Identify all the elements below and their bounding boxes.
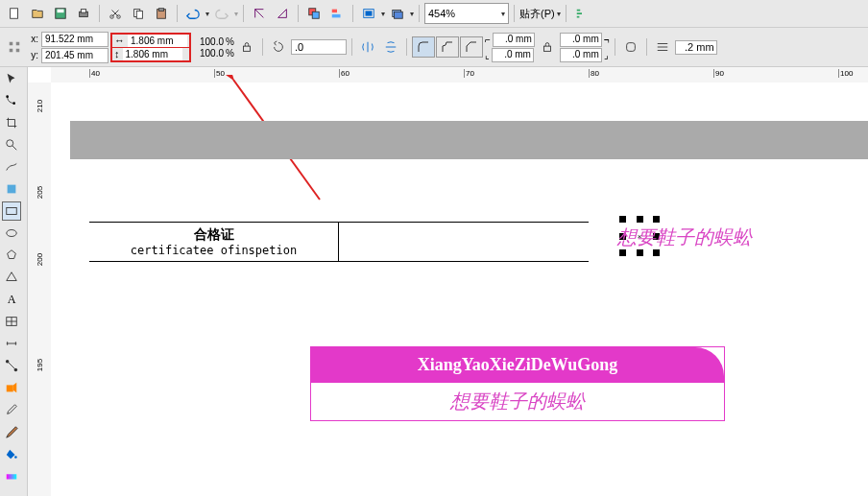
vertical-ruler[interactable]: 210 205 200 195 xyxy=(28,83,52,496)
fullscreen-button[interactable] xyxy=(358,3,379,24)
rotate-icon[interactable] xyxy=(268,36,289,58)
mirror-h-button[interactable] xyxy=(357,36,378,58)
handle-tl[interactable] xyxy=(619,216,626,223)
corner-tl-icon: ⌐ xyxy=(485,35,491,45)
fill-tool[interactable] xyxy=(2,444,21,463)
align-button[interactable] xyxy=(326,3,348,24)
svg-rect-10 xyxy=(158,9,163,12)
gray-rectangle[interactable] xyxy=(70,121,868,159)
connector-tool[interactable] xyxy=(2,356,21,375)
export-button[interactable] xyxy=(272,3,293,24)
corner-round-button[interactable] xyxy=(412,36,435,58)
svg-rect-14 xyxy=(332,14,341,18)
outline-width-input[interactable]: .2 mm xyxy=(675,40,717,55)
lock-corners-button[interactable] xyxy=(537,36,558,58)
corner-tl-input[interactable]: .0 mm xyxy=(493,33,535,47)
crop-tool[interactable] xyxy=(2,113,21,132)
ruler-tick: 200 xyxy=(36,248,44,272)
watermark-text[interactable]: 想要鞋子的蜈蚣 xyxy=(617,224,752,250)
outline-tool[interactable] xyxy=(2,422,21,441)
paste-button[interactable] xyxy=(151,3,172,24)
relative-corner-button[interactable] xyxy=(620,36,641,58)
handle-bl[interactable] xyxy=(619,249,626,256)
svg-text:A: A xyxy=(8,293,16,306)
certificate-table[interactable]: 合格证 certificatee ofinspetion xyxy=(89,222,589,262)
layers-dropdown[interactable]: ▾ xyxy=(410,10,414,18)
copy-button[interactable] xyxy=(128,3,149,24)
layers-button[interactable] xyxy=(387,3,408,24)
import-button[interactable] xyxy=(249,3,270,24)
mirror-v-button[interactable] xyxy=(380,36,401,58)
snap-dropdown[interactable]: ▾ xyxy=(557,10,561,18)
text-tool[interactable]: A xyxy=(2,290,21,309)
canvas[interactable]: 合格证 certificatee ofinspetion × 想要鞋子的蜈蚣 xyxy=(51,83,868,496)
snap-label[interactable]: 贴齐(P) xyxy=(519,7,555,21)
print-button[interactable] xyxy=(73,3,94,24)
shape-tool[interactable] xyxy=(2,91,21,110)
cut-button[interactable] xyxy=(105,3,126,24)
interactive-fill-tool[interactable] xyxy=(2,466,21,485)
svg-rect-36 xyxy=(7,385,13,391)
basic-shapes-tool[interactable] xyxy=(2,268,21,287)
card-subtitle: 想要鞋子的蜈蚣 xyxy=(450,390,585,412)
x-input[interactable]: 91.522 mm xyxy=(41,32,108,47)
corner-radius-right: .0 mm¬ .0 mm⌟ xyxy=(560,33,610,62)
open-file-button[interactable] xyxy=(27,3,48,24)
svg-rect-22 xyxy=(16,49,20,53)
separator xyxy=(177,5,178,22)
handle-tr[interactable] xyxy=(653,216,660,223)
corner-tr-input[interactable]: .0 mm xyxy=(560,33,602,47)
new-file-button[interactable] xyxy=(4,3,25,24)
svg-rect-4 xyxy=(81,10,85,13)
interactive-tool[interactable] xyxy=(2,378,21,397)
save-button[interactable] xyxy=(50,3,71,24)
undo-dropdown[interactable]: ▾ xyxy=(205,10,209,18)
group-button[interactable] xyxy=(303,3,325,24)
height-input[interactable]: 1.806 mm xyxy=(123,48,182,60)
redo-button[interactable] xyxy=(211,3,232,24)
svg-rect-8 xyxy=(136,11,142,18)
corner-bl-input[interactable]: .0 mm xyxy=(492,48,534,62)
svg-rect-21 xyxy=(10,49,13,53)
eyedropper-tool[interactable] xyxy=(2,400,21,419)
percent-icon: % xyxy=(226,36,234,47)
handle-br[interactable] xyxy=(653,249,660,256)
svg-point-37 xyxy=(14,456,17,459)
scale-h[interactable]: 100.0 xyxy=(193,48,224,59)
undo-button[interactable] xyxy=(182,3,204,24)
outline-width-icon[interactable] xyxy=(652,36,673,58)
zoom-tool[interactable] xyxy=(2,135,21,154)
corner-br-input[interactable]: .0 mm xyxy=(560,48,602,62)
lock-ratio-button[interactable] xyxy=(236,36,257,58)
angle-input[interactable]: .0 xyxy=(291,39,347,55)
pick-tool[interactable] xyxy=(2,69,21,88)
corner-scallop-button[interactable] xyxy=(436,36,459,58)
ellipse-tool[interactable] xyxy=(2,224,21,243)
redo-dropdown[interactable]: ▾ xyxy=(234,10,238,18)
handle-tm[interactable] xyxy=(637,216,643,223)
handle-bm[interactable] xyxy=(637,249,643,256)
grid-icon[interactable] xyxy=(4,36,25,58)
polygon-tool[interactable] xyxy=(2,246,21,265)
corner-chamfer-button[interactable] xyxy=(460,36,483,58)
corner-br-icon: ⌟ xyxy=(604,50,609,60)
zoom-dropdown[interactable]: 454% ▾ xyxy=(424,3,509,24)
smart-fill-tool[interactable] xyxy=(2,179,21,199)
rectangle-tool[interactable] xyxy=(2,201,21,221)
dimension-tool[interactable] xyxy=(2,334,21,353)
x-label: x: xyxy=(27,34,38,44)
cert-subtitle: certificatee ofinspetion xyxy=(93,244,334,257)
pink-card[interactable]: XiangYaoXieZiDeWuGong 想要鞋子的蜈蚣 xyxy=(310,346,725,421)
svg-rect-16 xyxy=(366,11,373,15)
separator xyxy=(351,38,352,56)
freehand-tool[interactable] xyxy=(2,157,21,177)
table-tool[interactable] xyxy=(2,312,21,331)
width-icon: ↔ xyxy=(114,35,125,46)
y-input[interactable]: 201.45 mm xyxy=(41,48,108,63)
separator xyxy=(352,5,353,22)
options-button[interactable] xyxy=(571,3,592,24)
scale-w[interactable]: 100.0 xyxy=(193,36,224,47)
horizontal-ruler[interactable]: 40 50 60 70 80 90 100 xyxy=(51,67,868,83)
width-input[interactable]: 1.806 mm xyxy=(128,35,187,47)
view-dropdown[interactable]: ▾ xyxy=(381,10,385,18)
